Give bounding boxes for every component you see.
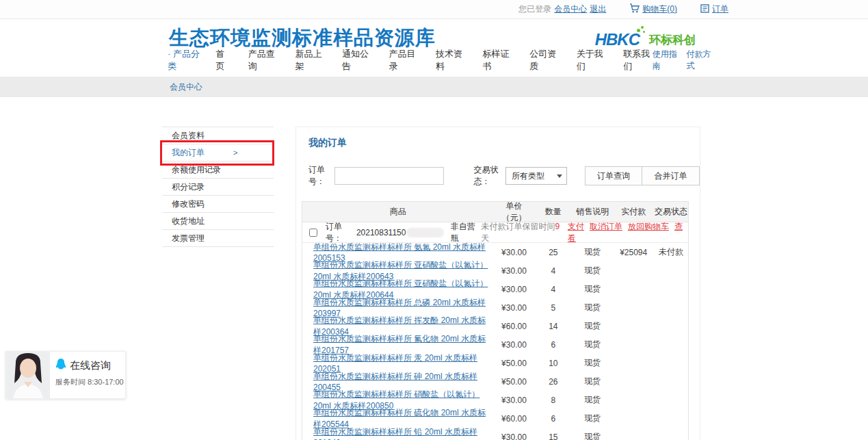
nav-items: 首页产品查询新品上架通知公告产品目录技术资料标样证书公司资质关于我们联系我们: [216, 48, 653, 73]
order-no-value: 20210831150: [356, 228, 406, 237]
sidebar-item-label: 会员资料: [172, 130, 205, 142]
item-sale: 现货: [572, 320, 613, 332]
order-no-label: 订单号：: [326, 221, 356, 244]
item-price: ¥30.00: [494, 285, 535, 294]
order-action-0[interactable]: 支付: [568, 222, 584, 231]
sidebar-item-0[interactable]: 会员资料: [162, 127, 274, 144]
online-consult-widget[interactable]: 在线咨询 服务时间 8:30-17:00: [5, 351, 126, 399]
table-header-5: 交易状态: [654, 206, 688, 218]
retain-time-text: 未付款订单保留时间9天: [482, 221, 562, 244]
order-no-input[interactable]: [334, 167, 444, 185]
brand-abbr: HBKC: [595, 30, 640, 49]
item-sale: 现货: [572, 265, 613, 276]
consult-label: 在线咨询: [70, 359, 111, 372]
nav-item-2[interactable]: 新品上架: [295, 48, 324, 73]
brand-logo: HBKC 环标科创: [595, 30, 696, 49]
nav-item-3[interactable]: 通知公告: [342, 48, 371, 73]
page-title: 我的订单: [308, 137, 700, 149]
qq-icon: [55, 359, 66, 373]
item-qty: 14: [534, 322, 572, 331]
order-query-button[interactable]: 订单查询: [585, 166, 642, 185]
order-group-row: 订单号： 20210831150 非自营瓶 未付款订单保留时间9天 支付取消订单…: [302, 222, 688, 243]
page: 您已登录 会员中心退出 购物车(0) 订单 生态环境监测标准样品资源库 HBKC: [0, 0, 868, 440]
main-nav: · 产品分类 首页产品查询新品上架通知公告产品目录技术资料标样证书公司资质关于我…: [168, 48, 715, 73]
sidebar-item-6[interactable]: 发票管理: [162, 230, 274, 247]
cart-icon: [629, 3, 640, 15]
sidebar-item-3[interactable]: 积分记录: [162, 179, 274, 196]
nav-payment-method[interactable]: 付款方式: [686, 49, 715, 72]
item-qty: 4: [534, 266, 572, 276]
orders-panel: 我的订单 订单号： 交易状态： 所有类型 订单查询 合并订单 商品单价（元）数量…: [295, 127, 700, 440]
merge-order-button[interactable]: 合并订单: [642, 166, 700, 185]
site-header: 生态环境监测标准样品资源库 HBKC 环标科创 · 产品分类 首页产品查询新品上…: [0, 19, 868, 77]
breadcrumb-bar: 会员中心: [0, 77, 868, 97]
item-sale: 现货: [572, 394, 613, 406]
product-link[interactable]: 单组份水质监测标样标样所 亚硝酸盐（以氮计） 20ml 水质标样200644: [313, 279, 488, 300]
sidebar-item-label: 积分记录: [172, 181, 205, 193]
nav-item-8[interactable]: 关于我们: [577, 48, 606, 73]
brand-name: 环标科创: [649, 32, 696, 48]
consult-info: 在线咨询 服务时间 8:30-17:00: [50, 352, 124, 398]
item-sale: 现货: [572, 376, 613, 387]
item-price: ¥30.00: [494, 303, 535, 313]
nav-item-7[interactable]: 公司资质: [529, 48, 559, 73]
sidebar-item-2[interactable]: 余额使用记录: [162, 161, 274, 179]
item-sale: 现货: [572, 339, 613, 350]
order-item-row: 单组份水质监测标样标样所 亚硝酸盐（以氮计） 20ml 水质标样200644¥3…: [302, 280, 688, 298]
order-action-2[interactable]: 放回购物车: [628, 222, 669, 231]
order-item-row: 单组份水质监测标样标样所 铅 20ml 水质标样201240¥30.0015现货: [302, 428, 688, 440]
agent-avatar: [6, 352, 50, 398]
consult-hours: 服务时间 8:30-17:00: [55, 377, 124, 387]
item-price: ¥30.00: [494, 432, 535, 440]
item-sale: 现货: [572, 246, 613, 258]
item-qty: 8: [534, 396, 572, 405]
item-qty: 10: [534, 359, 572, 368]
product-link[interactable]: 单组份水质监测标样标样所 氟化物 20ml 水质标样201757: [313, 334, 486, 355]
sidebar-item-1[interactable]: 我的订单>: [162, 144, 274, 161]
order-item-row: 单组份水质监测标样标样所 汞 20ml 水质标样202051¥50.0010现货: [302, 354, 688, 372]
item-qty: 25: [534, 248, 572, 257]
nav-item-0[interactable]: 首页: [216, 48, 231, 73]
nav-item-6[interactable]: 标样证书: [483, 48, 512, 73]
cart-link[interactable]: 购物车(0): [642, 3, 677, 15]
nav-item-5[interactable]: 技术资料: [436, 48, 465, 73]
item-sale: 现货: [572, 283, 613, 295]
sidebar-item-5[interactable]: 收货地址: [162, 213, 274, 230]
order-tag: 非自营瓶: [451, 221, 482, 244]
item-qty: 15: [534, 432, 572, 440]
item-status: 未付款: [654, 246, 688, 258]
nav-usage-guide[interactable]: 使用指南: [653, 49, 681, 72]
nav-item-9[interactable]: 联系我们: [623, 48, 653, 73]
orders-link[interactable]: 订单: [712, 3, 728, 15]
sidebar-item-label: 我的订单: [172, 147, 205, 159]
item-sale: 现货: [572, 302, 613, 313]
product-link[interactable]: 单组份水质监测标样标样所 硫化物 20ml 水质标样205544: [313, 408, 486, 429]
item-sale: 现货: [572, 431, 613, 440]
trade-status-select[interactable]: 所有类型: [505, 167, 567, 185]
logged-in-text: 您已登录: [518, 3, 551, 15]
logout-link[interactable]: 退出: [590, 3, 606, 15]
sidebar-item-label: 修改密码: [172, 198, 205, 210]
trade-status-label: 交易状态：: [474, 164, 504, 187]
nav-item-1[interactable]: 产品查询: [248, 48, 278, 73]
breadcrumb-member-center[interactable]: 会员中心: [170, 81, 202, 93]
orders-table: 商品单价（元）数量销售说明实付款交易状态 订单号： 20210831150 非自…: [302, 201, 689, 440]
table-header-3: 销售说明: [572, 206, 613, 218]
member-center-link[interactable]: 会员中心: [554, 3, 587, 15]
nav-product-category[interactable]: · 产品分类: [168, 48, 204, 73]
table-header-1: 单价（元）: [494, 200, 535, 224]
nav-item-4[interactable]: 产品目录: [389, 48, 418, 73]
sidebar-item-4[interactable]: 修改密码: [162, 196, 274, 213]
product-link[interactable]: 单组份水质监测标样标样所 铅 20ml 水质标样201240: [313, 427, 477, 440]
item-sale: 现货: [572, 357, 613, 369]
order-item-row: 单组份水质监测标样标样所 氟化物 20ml 水质标样201757¥30.006现…: [302, 335, 688, 354]
item-qty: 6: [534, 414, 572, 424]
item-qty: 6: [534, 340, 572, 350]
sidebar-item-label: 发票管理: [172, 233, 205, 244]
order-search-row: 订单号： 交易状态： 所有类型 订单查询 合并订单: [308, 164, 700, 187]
item-sale: 现货: [572, 413, 613, 424]
item-price: ¥30.00: [494, 396, 535, 405]
order-action-1[interactable]: 取消订单: [590, 222, 622, 231]
item-price: ¥30.00: [494, 248, 535, 257]
order-select-checkbox[interactable]: [309, 229, 317, 237]
